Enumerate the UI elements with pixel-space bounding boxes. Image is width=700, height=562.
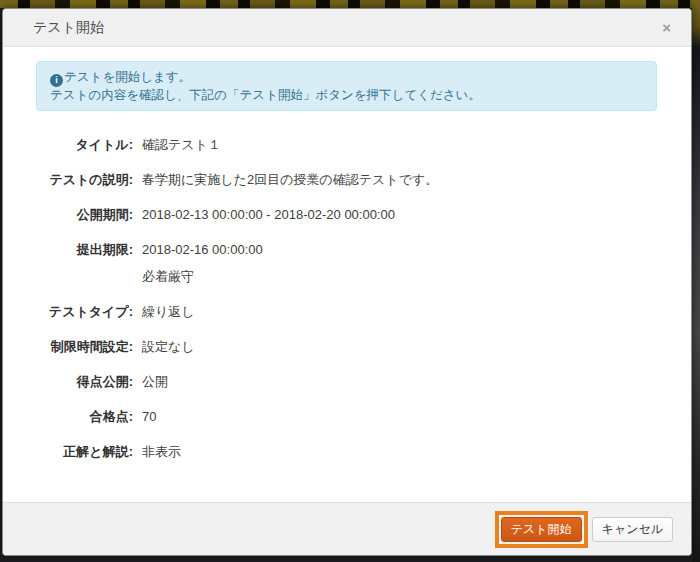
field-value-line: 公開 [142, 373, 168, 391]
field-row-open-period: 公開期間:2018-02-13 00:00:00 - 2018-02-20 00… [36, 206, 657, 224]
field-value-line: 2018-02-13 00:00:00 - 2018-02-20 00:00:0… [142, 206, 395, 224]
field-label-title: タイトル: [36, 136, 133, 154]
info-alert-line1: テストを開始します。 [64, 70, 191, 84]
field-value-line: 設定なし [142, 338, 195, 356]
field-value-description: 春学期に実施した2回目の授業の確認テストです。 [142, 171, 438, 189]
field-value-line: 必着厳守 [142, 268, 263, 286]
dimmed-page-right-band [692, 0, 700, 562]
field-value-answer-explanation: 非表示 [142, 443, 181, 461]
field-row-test-type: テストタイプ:繰り返し [36, 303, 657, 321]
info-icon: i [50, 74, 63, 87]
test-details-list: タイトル:確認テスト１テストの説明:春学期に実施した2回目の授業の確認テストです… [36, 136, 657, 461]
field-value-test-type: 繰り返し [142, 303, 195, 321]
modal-title: テスト開始 [33, 19, 104, 37]
field-value-line: 非表示 [142, 443, 181, 461]
field-label-answer-explanation: 正解と解説: [36, 443, 133, 461]
field-label-open-period: 公開期間: [36, 206, 133, 224]
cancel-button[interactable]: キャンセル [592, 517, 673, 542]
test-start-button[interactable]: テスト開始 [501, 517, 582, 542]
field-row-passing-score: 合格点:70 [36, 408, 657, 426]
field-label-submit-deadline: 提出期限: [36, 241, 133, 286]
field-value-passing-score: 70 [142, 408, 156, 426]
field-value-score-publish: 公開 [142, 373, 168, 391]
field-value-line: 70 [142, 408, 156, 426]
field-value-open-period: 2018-02-13 00:00:00 - 2018-02-20 00:00:0… [142, 206, 395, 224]
field-row-score-publish: 得点公開:公開 [36, 373, 657, 391]
modal-footer: テスト開始 キャンセル [3, 502, 691, 555]
test-start-modal: テスト開始 × iテストを開始します。 テストの内容を確認し、下記の「テスト開始… [2, 8, 692, 556]
highlight-annotation-box: テスト開始 [495, 511, 588, 548]
modal-body: iテストを開始します。 テストの内容を確認し、下記の「テスト開始」ボタンを押下し… [3, 47, 691, 461]
field-label-passing-score: 合格点: [36, 408, 133, 426]
dimmed-page-top-band [0, 0, 700, 8]
close-icon[interactable]: × [658, 18, 675, 37]
field-row-description: テストの説明:春学期に実施した2回目の授業の確認テストです。 [36, 171, 657, 189]
field-label-test-type: テストタイプ: [36, 303, 133, 321]
field-value-line: 2018-02-16 00:00:00 [142, 241, 263, 259]
field-label-description: テストの説明: [36, 171, 133, 189]
field-value-time-limit: 設定なし [142, 338, 195, 356]
field-value-line: 春学期に実施した2回目の授業の確認テストです。 [142, 171, 438, 189]
field-row-submit-deadline: 提出期限:2018-02-16 00:00:00必着厳守 [36, 241, 657, 286]
field-value-line: 確認テスト１ [142, 136, 221, 154]
field-value-submit-deadline: 2018-02-16 00:00:00必着厳守 [142, 241, 263, 286]
info-alert-line1-wrap: iテストを開始します。 [50, 69, 643, 87]
info-alert-line2: テストの内容を確認し、下記の「テスト開始」ボタンを押下してください。 [50, 87, 643, 103]
modal-header: テスト開始 × [3, 9, 691, 47]
field-row-title: タイトル:確認テスト１ [36, 136, 657, 154]
field-label-time-limit: 制限時間設定: [36, 338, 133, 356]
field-label-score-publish: 得点公開: [36, 373, 133, 391]
info-alert: iテストを開始します。 テストの内容を確認し、下記の「テスト開始」ボタンを押下し… [36, 61, 657, 111]
field-row-time-limit: 制限時間設定:設定なし [36, 338, 657, 356]
field-value-line: 繰り返し [142, 303, 195, 321]
field-row-answer-explanation: 正解と解説:非表示 [36, 443, 657, 461]
field-value-title: 確認テスト１ [142, 136, 221, 154]
